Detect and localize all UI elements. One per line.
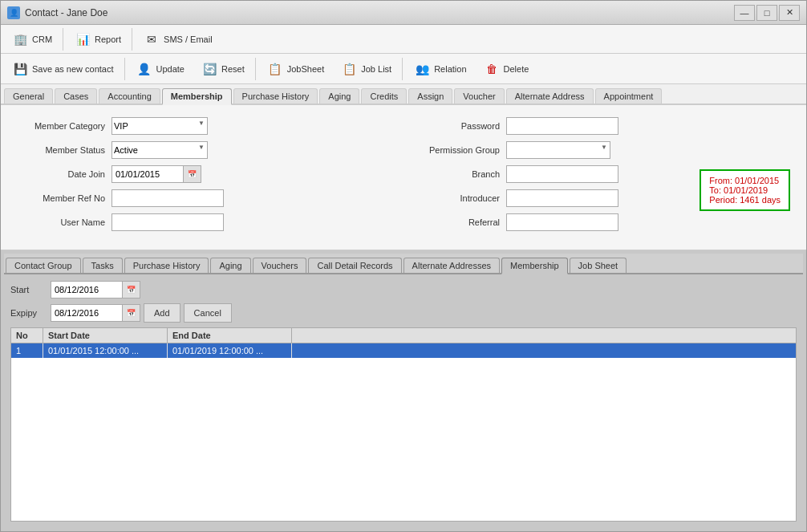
relation-label: Relation — [434, 64, 466, 74]
tab-bottom-purchase-history[interactable]: Purchase History — [124, 258, 209, 273]
add-button[interactable]: Add — [144, 303, 180, 323]
tab-bottom-call-detail[interactable]: Call Detail Records — [308, 258, 401, 273]
date-join-picker[interactable]: 📅 — [184, 165, 201, 183]
tabs-top: General Cases Accounting Membership Purc… — [1, 84, 806, 105]
password-input[interactable] — [506, 117, 618, 135]
relation-button[interactable]: 👥 Relation — [406, 57, 473, 81]
tab-bottom-vouchers[interactable]: Vouchers — [253, 258, 307, 273]
member-status-select-wrapper: Active Inactive — [112, 141, 208, 159]
tab-bottom-tasks[interactable]: Tasks — [83, 258, 123, 273]
password-row: Password — [412, 117, 790, 135]
tab-aging[interactable]: Aging — [319, 88, 359, 104]
member-category-select[interactable]: VIP Gold Silver — [112, 117, 208, 135]
member-category-select-wrapper: VIP Gold Silver — [112, 117, 208, 135]
start-date-picker[interactable]: 📅 — [123, 281, 140, 298]
tab-bottom-job-sheet[interactable]: Job Sheet — [570, 258, 627, 273]
date-join-label: Date Join — [17, 169, 105, 179]
update-icon: 👤 — [136, 60, 153, 78]
member-category-label: Member Category — [17, 121, 105, 131]
toolbar2: 💾 Save as new contact 👤 Update 🔄 Reset 📋… — [1, 54, 806, 84]
permission-group-select[interactable] — [506, 141, 610, 159]
tab-bottom-alt-addresses[interactable]: Alternate Addresses — [404, 258, 500, 273]
expiry-date-input[interactable] — [51, 304, 123, 322]
member-status-row: Member Status Active Inactive — [17, 141, 395, 159]
expiry-date-picker[interactable]: 📅 — [123, 304, 140, 322]
tab-accounting[interactable]: Accounting — [99, 88, 160, 104]
referral-label: Referral — [412, 217, 500, 227]
info-from: From: 01/01/2015 — [709, 176, 781, 185]
tab-membership[interactable]: Membership — [162, 88, 232, 105]
tab-alternate-address[interactable]: Alternate Address — [506, 88, 594, 104]
col-no: No — [11, 328, 43, 343]
date-join-input[interactable] — [112, 165, 184, 183]
update-button[interactable]: 👤 Update — [128, 57, 192, 81]
branch-input[interactable] — [506, 165, 618, 183]
delete-icon: 🗑 — [483, 60, 501, 78]
tab-voucher[interactable]: Voucher — [454, 88, 504, 104]
expiry-date-wrapper: 📅 — [51, 304, 140, 322]
table-header: No Start Date End Date — [11, 328, 796, 343]
sms-button[interactable]: ✉ SMS / Email — [136, 27, 220, 51]
separator2 — [132, 28, 132, 51]
jobsheet-icon: 📋 — [266, 60, 284, 78]
delete-label: Delete — [504, 64, 529, 74]
tab-cases[interactable]: Cases — [55, 88, 97, 104]
date-join-wrapper: 📅 — [112, 165, 201, 183]
introducer-input[interactable] — [506, 189, 618, 207]
reset-button[interactable]: 🔄 Reset — [193, 57, 252, 81]
jobsheet-button[interactable]: 📋 JobSheet — [259, 57, 331, 81]
separator1 — [63, 28, 63, 51]
relation-icon: 👥 — [413, 60, 431, 78]
tab-bottom-membership[interactable]: Membership — [501, 258, 568, 274]
tab-general[interactable]: General — [4, 88, 53, 104]
user-name-label: User Name — [17, 217, 105, 227]
tab-purchase-history[interactable]: Purchase History — [233, 88, 318, 104]
member-status-select[interactable]: Active Inactive — [112, 141, 208, 159]
title-bar: 👤 Contact - Jane Doe — □ ✕ — [1, 1, 806, 25]
joblist-label: Job List — [361, 64, 391, 74]
cell-start: 01/01/2015 12:00:00 ... — [43, 343, 168, 358]
info-box: From: 01/01/2015 To: 01/01/2019 Period: … — [700, 169, 790, 211]
update-label: Update — [156, 64, 185, 74]
membership-form: Member Category VIP Gold Silver Member S… — [1, 105, 806, 250]
table-body: 1 01/01/2015 12:00:00 ... 01/01/2019 12:… — [11, 343, 796, 358]
joblist-button[interactable]: 📋 Job List — [333, 57, 399, 81]
permission-group-row: Permission Group — [412, 141, 790, 159]
bottom-section: Contact Group Tasks Purchase History Agi… — [1, 250, 806, 531]
membership-table: No Start Date End Date 1 01/01/2015 12:0… — [10, 327, 797, 522]
user-name-row: User Name — [17, 213, 395, 231]
tab-credits[interactable]: Credits — [361, 88, 407, 104]
delete-button[interactable]: 🗑 Delete — [476, 57, 537, 81]
col-start-date: Start Date — [43, 328, 168, 343]
tab-bottom-contact-group[interactable]: Contact Group — [6, 258, 81, 273]
user-name-input[interactable] — [112, 213, 224, 231]
tab-bottom-aging[interactable]: Aging — [210, 258, 250, 273]
maximize-button[interactable]: □ — [756, 5, 777, 21]
separator5 — [402, 58, 403, 80]
referral-input[interactable] — [506, 213, 618, 231]
minimize-button[interactable]: — — [734, 5, 755, 21]
title-bar-left: 👤 Contact - Jane Doe — [7, 6, 107, 19]
save-label: Save as new contact — [32, 64, 114, 74]
report-button[interactable]: 📊 Report — [67, 27, 128, 51]
tabs-bottom: Contact Group Tasks Purchase History Agi… — [4, 254, 803, 274]
crm-button[interactable]: 🏢 CRM — [4, 27, 59, 51]
sms-icon: ✉ — [143, 30, 160, 48]
tab-appointment[interactable]: Appointment — [595, 88, 663, 104]
crm-icon: 🏢 — [11, 30, 29, 48]
report-icon: 📊 — [74, 30, 91, 48]
member-ref-label: Member Ref No — [17, 193, 105, 203]
member-ref-input[interactable] — [112, 189, 224, 207]
table-row[interactable]: 1 01/01/2015 12:00:00 ... 01/01/2019 12:… — [11, 343, 796, 358]
cancel-button[interactable]: Cancel — [184, 303, 232, 323]
start-date-input[interactable] — [51, 281, 123, 298]
close-button[interactable]: ✕ — [779, 5, 800, 21]
reset-icon: 🔄 — [201, 60, 218, 78]
expiry-label: Expipy — [10, 308, 51, 318]
info-to: To: 01/01/2019 — [709, 185, 781, 195]
save-icon: 💾 — [11, 60, 29, 78]
joblist-icon: 📋 — [340, 60, 358, 78]
form-left: Member Category VIP Gold Silver Member S… — [9, 113, 404, 242]
save-button[interactable]: 💾 Save as new contact — [4, 57, 121, 81]
tab-assign[interactable]: Assign — [408, 88, 452, 104]
